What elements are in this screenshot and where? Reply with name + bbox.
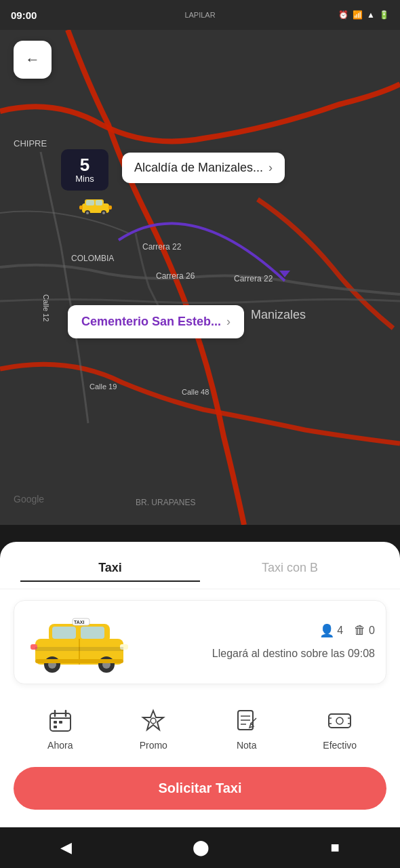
baggage-icon: 🗑 xyxy=(354,623,366,637)
svg-rect-24 xyxy=(35,659,123,663)
action-promo[interactable]: Promo xyxy=(129,706,177,751)
destination-label[interactable]: Cementerio San Esteb... › xyxy=(68,305,244,338)
map-roads xyxy=(0,30,400,525)
arrival-text: Llegará al destino sobre las 09:08 xyxy=(144,646,375,661)
cash-icon xyxy=(325,706,355,736)
status-icons: ⏰ 📶 ▲ 🔋 xyxy=(338,10,389,20)
svg-text:TAXI: TAXI xyxy=(74,620,84,625)
person-icon: 👤 xyxy=(319,623,334,638)
taxi-car-icon xyxy=(78,197,113,216)
origin-text: Alcaldía de Manizales... xyxy=(134,161,263,175)
nav-back-button[interactable]: ◀ xyxy=(47,833,85,862)
svg-rect-39 xyxy=(329,714,351,728)
eta-unit: Mins xyxy=(71,174,99,184)
status-bar: 09:00 LAPILAR ⏰ 📶 ▲ 🔋 xyxy=(0,0,400,30)
eta-number: 5 xyxy=(71,156,99,174)
passenger-count: 👤 4 xyxy=(319,623,343,638)
ahora-label: Ahora xyxy=(47,740,73,751)
back-button[interactable]: ← xyxy=(14,41,52,79)
efectivo-label: Efectivo xyxy=(323,740,357,751)
svg-marker-33 xyxy=(143,711,163,730)
eta-bubble: 5 Mins xyxy=(61,149,108,191)
nota-label: Nota xyxy=(237,740,257,751)
svg-rect-32 xyxy=(54,726,57,728)
svg-rect-31 xyxy=(59,721,62,724)
nav-home-button[interactable]: ⬤ xyxy=(179,833,223,862)
back-icon: ← xyxy=(25,51,40,68)
destination-text: Cementerio San Esteb... xyxy=(81,315,221,329)
bottom-actions: Ahora Promo xyxy=(0,695,400,762)
origin-label[interactable]: Alcaldía de Manizales... › xyxy=(122,153,285,183)
taxi-image-container: TAXI xyxy=(25,612,134,673)
svg-point-6 xyxy=(86,212,89,214)
promo-label: Promo xyxy=(140,740,167,751)
svg-rect-3 xyxy=(86,200,94,205)
tabs-container: Taxi Taxi con B xyxy=(0,542,400,589)
taxi-info: 👤 4 🗑 0 Llegará al destino sobre las 09:… xyxy=(144,623,375,661)
svg-rect-15 xyxy=(52,627,76,639)
taxi-map-icon xyxy=(78,197,113,216)
nav-bar: ◀ ⬤ ■ xyxy=(0,827,400,868)
taxi-passengers: 👤 4 🗑 0 xyxy=(144,623,375,638)
svg-rect-10 xyxy=(108,205,112,210)
calendar-icon xyxy=(45,706,75,736)
dest-chevron-icon: › xyxy=(226,315,231,329)
map-area: CHIPRE COLOMBIA Carrera 22 Carrera 26 Ca… xyxy=(0,30,400,525)
tab-taxi[interactable]: Taxi xyxy=(20,555,200,582)
action-efectivo[interactable]: Efectivo xyxy=(316,706,363,751)
action-ahora[interactable]: Ahora xyxy=(37,706,84,751)
svg-point-8 xyxy=(102,212,105,214)
svg-point-40 xyxy=(336,717,343,724)
baggage-count: 🗑 0 xyxy=(354,623,375,637)
taxi-card: TAXI xyxy=(14,600,386,684)
bottom-sheet: Taxi Taxi con B TAXI xyxy=(0,542,400,827)
taxi-car-illustration: TAXI xyxy=(25,612,134,673)
promo-icon xyxy=(138,706,168,736)
svg-rect-25 xyxy=(35,647,123,651)
google-watermark: Google xyxy=(14,494,44,505)
request-taxi-button[interactable]: Solicitar Taxi xyxy=(14,767,386,810)
svg-point-34 xyxy=(151,718,156,724)
svg-rect-9 xyxy=(79,205,83,210)
chevron-right-icon: › xyxy=(268,161,273,175)
action-nota[interactable]: Nota xyxy=(223,706,271,751)
svg-rect-4 xyxy=(96,200,102,205)
svg-rect-30 xyxy=(54,721,57,724)
status-label: LAPILAR xyxy=(184,11,215,19)
tab-taxi-b[interactable]: Taxi con B xyxy=(200,555,380,582)
note-icon xyxy=(232,706,262,736)
nav-recent-button[interactable]: ■ xyxy=(317,833,353,862)
status-time: 09:00 xyxy=(11,9,37,21)
svg-rect-16 xyxy=(81,627,104,639)
